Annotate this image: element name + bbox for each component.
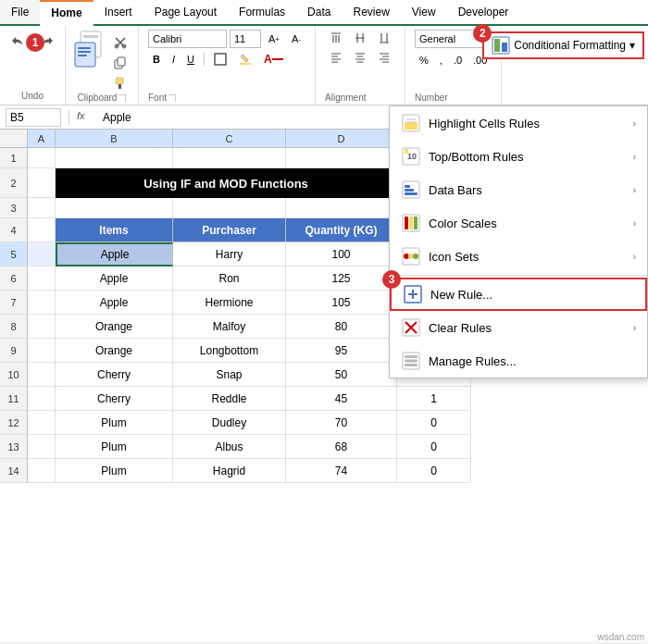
italic-button[interactable]: I [168,51,180,68]
cell-b9[interactable]: Orange [56,339,173,363]
align-middle-button[interactable] [349,30,371,46]
cell-b6[interactable]: Apple [56,266,173,291]
cell-a8[interactable] [28,315,56,339]
tab-data[interactable]: Data [296,0,342,24]
cell-a10[interactable] [28,363,56,387]
tab-review[interactable]: Review [342,0,400,24]
decrease-decimal-button[interactable]: .0 [449,52,467,68]
tab-insert[interactable]: Insert [93,0,143,24]
cell-d8[interactable]: 80 [286,315,397,339]
cell-a11[interactable] [28,387,56,411]
cell-c7[interactable]: Hermione [173,291,286,315]
cell-a1[interactable] [28,148,56,168]
cell-c3[interactable] [173,198,286,218]
cell-d5[interactable]: 100 [286,242,397,266]
border-button[interactable] [209,51,231,68]
cell-c6[interactable]: Ron [173,266,286,291]
cell-c1[interactable] [173,148,286,168]
cell-a4[interactable] [28,218,56,242]
align-right-button[interactable] [373,49,395,66]
cell-b7[interactable]: Apple [56,291,173,315]
align-top-button[interactable] [325,30,347,46]
cell-d10[interactable]: 50 [286,363,397,387]
cell-d9[interactable]: 95 [286,339,397,363]
cf-data-bars[interactable]: Data Bars › [390,173,647,206]
tab-formulas[interactable]: Formulas [228,0,296,24]
cell-d3[interactable] [286,198,397,218]
cell-e14[interactable]: 0 [397,459,471,483]
cell-b5-selected[interactable]: Apple [56,242,173,266]
cell-c10[interactable]: Snap [173,363,286,387]
copy-button[interactable] [110,54,131,72]
tab-file[interactable]: File [0,0,40,24]
cf-highlight-cells-rules[interactable]: Highlight Cells Rules › [390,106,647,140]
cell-a6[interactable] [28,266,56,291]
tab-developer[interactable]: Developer [447,0,520,24]
cell-b10[interactable]: Cherry [56,363,173,387]
cell-reference-box[interactable] [6,108,61,127]
tab-page-layout[interactable]: Page Layout [143,0,228,24]
cf-clear-rules[interactable]: Clear Rules › [390,311,647,344]
cf-color-scales[interactable]: Color Scales › [390,206,647,240]
cell-a13[interactable] [28,435,56,459]
cell-b14[interactable]: Plum [56,459,173,483]
fill-color-button[interactable] [234,51,256,68]
cell-e13[interactable]: 0 [397,435,471,459]
cell-a5[interactable] [28,242,56,266]
color-scales-label: Color Scales [429,217,626,230]
cell-d12[interactable]: 70 [286,411,397,435]
decrease-font-button[interactable]: A- [287,31,305,47]
col-header-B: B [56,130,173,147]
cf-icon-sets[interactable]: Icon Sets › [390,240,647,273]
cell-d6[interactable]: 125 [286,266,397,291]
cell-d14[interactable]: 74 [286,459,397,483]
cut-button[interactable] [110,33,131,52]
paste-button[interactable] [73,30,108,70]
underline-button[interactable]: U [182,51,199,68]
font-size-select[interactable]: 11 [230,30,261,48]
conditional-formatting-button[interactable]: Conditional Formatting ▾ [482,31,644,59]
cell-c9[interactable]: Longbottom [173,339,286,363]
cell-a7[interactable] [28,291,56,315]
cell-c5[interactable]: Harry [173,242,286,266]
align-bottom-button[interactable] [373,30,395,46]
cell-a9[interactable] [28,339,56,363]
align-center-button[interactable] [349,49,371,66]
cell-d13[interactable]: 68 [286,435,397,459]
cell-c12[interactable]: Dudley [173,411,286,435]
cell-c8[interactable]: Malfoy [173,315,286,339]
comma-button[interactable]: , [435,52,447,68]
cell-d1[interactable] [286,148,397,168]
align-left-button[interactable] [325,49,347,66]
cell-b12[interactable]: Plum [56,411,173,435]
cell-e12[interactable]: 0 [397,411,471,435]
cell-c13[interactable]: Albus [173,435,286,459]
tab-home[interactable]: Home [40,0,93,26]
cf-top-bottom-rules[interactable]: 10 Top/Bottom Rules › [390,140,647,173]
cell-c11[interactable]: Reddle [173,387,286,411]
cf-new-rule[interactable]: 3 New Rule... [390,278,647,311]
font-name-select[interactable]: Calibri [148,30,227,48]
cell-c14[interactable]: Hagrid [173,459,286,483]
cell-b13[interactable]: Plum [56,435,173,459]
cell-a2[interactable] [28,168,56,198]
tab-view[interactable]: View [401,0,447,24]
format-painter-button[interactable] [110,74,131,93]
svg-rect-16 [502,43,507,52]
cell-b11[interactable]: Cherry [56,387,173,411]
font-color-button[interactable]: A [259,51,288,68]
cell-b8[interactable]: Orange [56,315,173,339]
cell-d7[interactable]: 105 [286,291,397,315]
cell-b3[interactable] [56,198,173,218]
table-row: 14 Plum Hagrid 74 0 [0,459,648,483]
bold-button[interactable]: B [148,51,165,68]
cell-b1[interactable] [56,148,173,168]
cell-a3[interactable] [28,198,56,218]
cell-a12[interactable] [28,411,56,435]
cell-d11[interactable]: 45 [286,387,397,411]
cf-manage-rules[interactable]: Manage Rules... [390,344,647,378]
cell-e11[interactable]: 1 [397,387,471,411]
cell-a14[interactable] [28,459,56,483]
percent-button[interactable]: % [415,52,433,68]
increase-font-button[interactable]: A+ [264,31,284,47]
